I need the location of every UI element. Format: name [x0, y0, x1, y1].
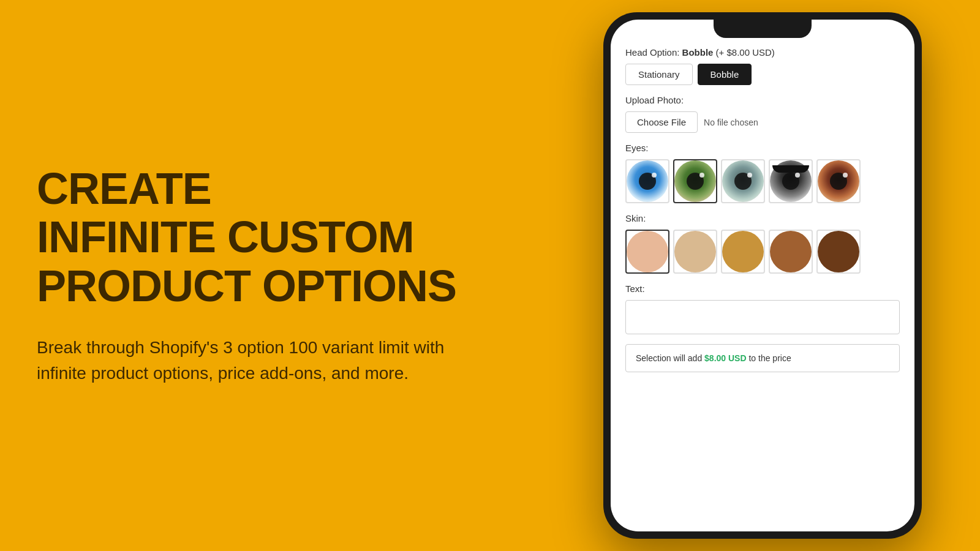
head-option-buttons: Stationary Bobble [625, 64, 900, 85]
choose-file-button[interactable]: Choose File [625, 111, 698, 133]
head-option-price-note: (+ $8.00 USD) [716, 47, 775, 58]
phone-content: Head Option: Bobble (+ $8.00 USD) Statio… [611, 20, 914, 531]
eye-swatch-blue[interactable] [625, 159, 669, 203]
text-label: Text: [625, 283, 900, 294]
price-notice: Selection will add $8.00 USD to the pric… [625, 344, 900, 372]
upload-section: Upload Photo: Choose File No file chosen [625, 95, 900, 133]
skin-swatch-1[interactable] [625, 230, 669, 274]
head-option-label-text: Head Option: [625, 47, 679, 58]
left-panel: CREATE INFINITE CUSTOM PRODUCT OPTIONS B… [0, 0, 564, 551]
eyes-swatches-row [625, 159, 900, 203]
skin-swatches-row [625, 230, 900, 274]
bobble-button[interactable]: Bobble [698, 64, 752, 85]
eyes-section: Eyes: [625, 143, 900, 203]
upload-label: Upload Photo: [625, 95, 900, 105]
text-section: Text: [625, 283, 900, 334]
skin-swatch-5[interactable] [816, 230, 861, 274]
hero-title-line3: PRODUCT OPTIONS [37, 261, 456, 310]
head-option-section: Head Option: Bobble (+ $8.00 USD) Statio… [625, 47, 900, 85]
skin-swatch-2[interactable] [673, 230, 717, 274]
hero-title-line2: INFINITE CUSTOM [37, 212, 414, 261]
head-option-label: Head Option: Bobble (+ $8.00 USD) [625, 47, 900, 58]
skin-label: Skin: [625, 213, 900, 223]
phone-screen: Head Option: Bobble (+ $8.00 USD) Statio… [611, 20, 914, 531]
hero-title-line1: CREATE [37, 164, 211, 213]
eye-swatch-brown[interactable] [816, 159, 861, 203]
price-notice-prefix: Selection will add [636, 353, 704, 363]
eye-swatch-grey[interactable] [721, 159, 765, 203]
skin-swatch-3[interactable] [721, 230, 765, 274]
price-notice-amount: $8.00 USD [704, 353, 746, 363]
price-notice-suffix: to the price [748, 353, 791, 363]
eyes-label: Eyes: [625, 143, 900, 153]
right-panel: Head Option: Bobble (+ $8.00 USD) Statio… [564, 0, 980, 551]
phone-notch [714, 20, 812, 38]
stationary-button[interactable]: Stationary [625, 64, 693, 85]
hero-title: CREATE INFINITE CUSTOM PRODUCT OPTIONS [37, 165, 527, 310]
skin-swatch-4[interactable] [769, 230, 813, 274]
hero-subtitle: Break through Shopify's 3 option 100 var… [37, 335, 453, 386]
file-status: No file chosen [704, 118, 758, 127]
eye-swatch-green[interactable] [673, 159, 717, 203]
eye-swatch-dark[interactable] [769, 159, 813, 203]
upload-row: Choose File No file chosen [625, 111, 900, 133]
text-input[interactable] [625, 300, 900, 334]
phone-mockup: Head Option: Bobble (+ $8.00 USD) Statio… [603, 12, 922, 539]
head-option-value: Bobble [682, 47, 714, 58]
skin-section: Skin: [625, 213, 900, 274]
